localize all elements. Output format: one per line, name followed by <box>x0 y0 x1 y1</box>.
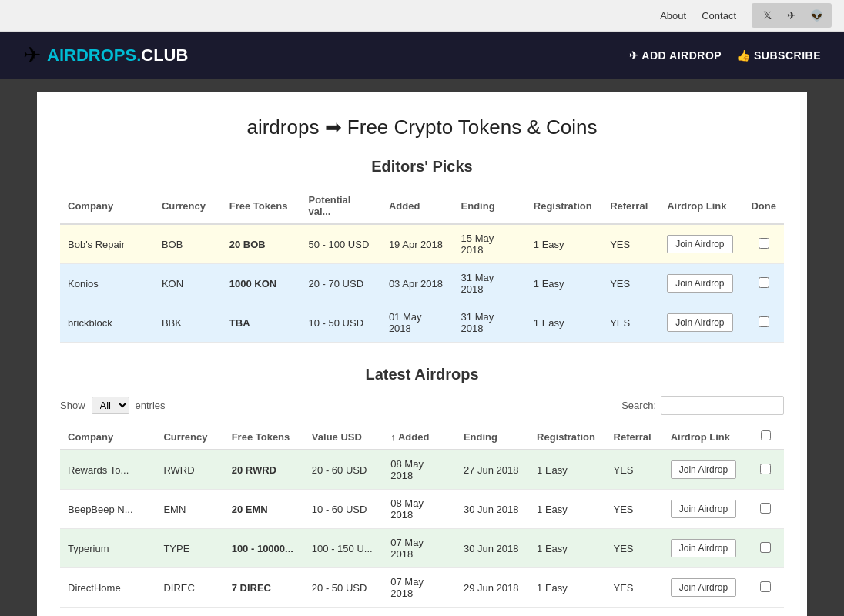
add-airdrop-button[interactable]: ✈ ADD AIRDROP <box>629 49 722 62</box>
la-value-0: 20 - 60 USD <box>304 450 383 490</box>
la-freetokens-3: 7 DIREC <box>224 568 304 608</box>
col-currency: Currency <box>154 188 222 224</box>
subscribe-button[interactable]: 👍 SUBSCRIBE <box>737 49 821 62</box>
ep-registration-2: 1 Easy <box>526 303 602 343</box>
la-ending-3: 29 Jun 2018 <box>456 568 529 608</box>
la-registration-0: 1 Easy <box>529 450 605 490</box>
la-value-2: 100 - 150 U... <box>304 529 383 568</box>
col-registration: Registration <box>526 188 602 224</box>
la-done-2 <box>747 529 784 568</box>
ep-done-checkbox-0[interactable] <box>759 238 769 249</box>
search-box: Search: <box>621 396 784 415</box>
latest-col-freetokens: Free Tokens <box>224 424 304 450</box>
ep-company-2: brickblock <box>60 303 154 343</box>
ep-registration-1: 1 Easy <box>526 264 602 303</box>
latest-airdrops-header-row: Company Currency Free Tokens Value USD ↑… <box>60 424 784 450</box>
la-ending-2: 30 Jun 2018 <box>456 529 529 568</box>
ep-freetokens-2: TBA <box>222 303 301 343</box>
la-done-checkbox-2[interactable] <box>760 542 771 553</box>
ep-done-2 <box>743 303 784 343</box>
la-freetokens-1: 20 EMN <box>224 490 304 529</box>
la-done-checkbox-0[interactable] <box>760 464 771 474</box>
ep-ending-1: 31 May 2018 <box>454 264 526 303</box>
la-join-btn-3[interactable]: Join Airdrop <box>671 578 736 597</box>
ep-company-1: Konios <box>60 264 154 303</box>
latest-airdrops-row: Rewards To... RWRD 20 RWRD 20 - 60 USD 0… <box>60 450 784 490</box>
la-airdroplink-1: Join Airdrop <box>663 490 747 529</box>
about-link[interactable]: About <box>660 10 686 22</box>
ep-referral-2: YES <box>602 303 659 343</box>
la-ending-0: 27 Jun 2018 <box>456 450 529 490</box>
top-nav-links: About Contact <box>660 10 736 22</box>
ep-currency-1: KON <box>154 264 222 303</box>
latest-airdrops-row: Typerium TYPE 100 - 10000... 100 - 150 U… <box>60 529 784 568</box>
ep-freetokens-0: 20 BOB <box>222 224 301 264</box>
ep-added-0: 19 Apr 2018 <box>381 224 454 264</box>
done-all-checkbox[interactable] <box>761 430 771 440</box>
la-airdroplink-2: Join Airdrop <box>663 529 747 568</box>
ep-done-0 <box>743 224 784 264</box>
la-referral-3: YES <box>606 568 663 608</box>
la-added-2: 07 May 2018 <box>383 529 456 568</box>
la-referral-2: YES <box>606 529 663 568</box>
ep-done-1 <box>743 264 784 303</box>
header-actions: ✈ ADD AIRDROP 👍 SUBSCRIBE <box>629 49 821 62</box>
latest-col-referral: Referral <box>606 424 663 450</box>
la-added-0: 08 May 2018 <box>383 450 456 490</box>
ep-join-btn-1[interactable]: Join Airdrop <box>667 274 732 293</box>
la-currency-0: RWRD <box>156 450 223 490</box>
la-airdroplink-0: Join Airdrop <box>663 450 747 490</box>
contact-link[interactable]: Contact <box>702 10 736 22</box>
ep-airdroplink-0: Join Airdrop <box>659 224 743 264</box>
reddit-icon[interactable]: 👽 <box>807 6 826 25</box>
ep-value-2: 10 - 50 USD <box>301 303 381 343</box>
latest-col-currency: Currency <box>156 424 223 450</box>
col-airdroplink: Airdrop Link <box>659 188 743 224</box>
search-input[interactable] <box>661 396 784 415</box>
ep-registration-0: 1 Easy <box>526 224 602 264</box>
latest-airdrops-table: Company Currency Free Tokens Value USD ↑… <box>60 424 784 608</box>
ep-done-checkbox-1[interactable] <box>759 277 769 288</box>
logo-airdrops-text: AIRDROPS <box>47 45 136 65</box>
telegram-icon[interactable]: ✈ <box>782 6 801 25</box>
ep-added-1: 03 Apr 2018 <box>381 264 454 303</box>
latest-col-added[interactable]: ↑ Added <box>383 424 456 450</box>
page-title: airdrops ➡ Free Crypto Tokens & Coins <box>60 116 784 139</box>
la-done-1 <box>747 490 784 529</box>
dark-strip <box>0 79 844 92</box>
top-nav: About Contact 𝕏 ✈ 👽 <box>0 0 844 32</box>
ep-join-btn-2[interactable]: Join Airdrop <box>667 313 732 332</box>
twitter-icon[interactable]: 𝕏 <box>758 6 776 25</box>
ep-join-btn-0[interactable]: Join Airdrop <box>667 235 732 253</box>
show-label: Show <box>60 400 85 411</box>
la-ending-1: 30 Jun 2018 <box>456 490 529 529</box>
la-airdroplink-3: Join Airdrop <box>663 568 747 608</box>
latest-airdrops-title: Latest Airdrops <box>60 366 784 383</box>
la-registration-3: 1 Easy <box>529 568 605 608</box>
latest-col-ending: Ending <box>456 424 529 450</box>
la-currency-1: EMN <box>156 490 223 529</box>
la-registration-1: 1 Easy <box>529 490 605 529</box>
editors-picks-row: Konios KON 1000 KON 20 - 70 USD 03 Apr 2… <box>60 264 784 303</box>
logo-club-text: CLUB <box>141 45 188 65</box>
la-done-checkbox-3[interactable] <box>760 581 771 592</box>
la-company-1: BeepBeep N... <box>60 490 156 529</box>
la-company-3: DirectHome <box>60 568 156 608</box>
ep-done-checkbox-2[interactable] <box>759 316 769 327</box>
ep-company-0: Bob's Repair <box>60 224 154 264</box>
la-done-checkbox-1[interactable] <box>760 503 771 514</box>
la-done-0 <box>747 450 784 490</box>
la-added-1: 08 May 2018 <box>383 490 456 529</box>
search-label: Search: <box>621 400 656 411</box>
la-join-btn-2[interactable]: Join Airdrop <box>671 539 736 557</box>
ep-referral-1: YES <box>602 264 659 303</box>
latest-col-airdroplink: Airdrop Link <box>663 424 747 450</box>
la-company-0: Rewards To... <box>60 450 156 490</box>
entries-label: entries <box>136 400 166 411</box>
ep-ending-0: 15 May 2018 <box>454 224 526 264</box>
entries-select[interactable]: All 10 25 50 <box>92 397 129 414</box>
table-controls: Show All 10 25 50 entries Search: <box>60 396 784 415</box>
la-join-btn-0[interactable]: Join Airdrop <box>671 460 736 479</box>
editors-picks-row: Bob's Repair BOB 20 BOB 50 - 100 USD 19 … <box>60 224 784 264</box>
la-join-btn-1[interactable]: Join Airdrop <box>671 500 736 518</box>
